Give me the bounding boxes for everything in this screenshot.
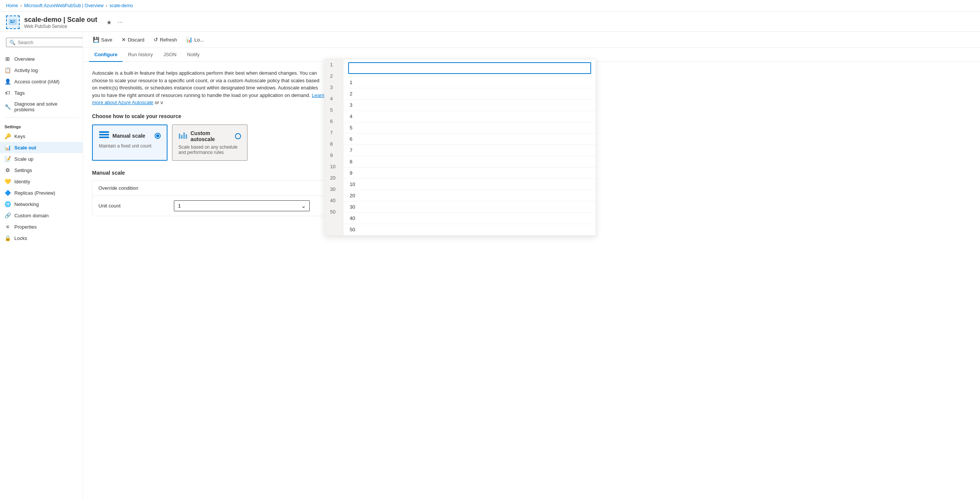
line-2: 2 <box>325 70 344 82</box>
custom-domain-icon: 🔗 <box>5 212 11 218</box>
dropdown-option-10[interactable]: 10 <box>344 179 596 190</box>
sidebar-item-label: Custom domain <box>14 213 49 218</box>
replicas-icon: 🔷 <box>5 190 11 196</box>
diagnose-icon: 🔧 <box>5 104 11 110</box>
sidebar-item-label: Overview <box>14 56 35 62</box>
service-icon <box>6 16 20 29</box>
sidebar-item-label: Locks <box>14 235 27 241</box>
discard-button[interactable]: ✕ Discard <box>118 35 148 45</box>
manual-scale-radio[interactable] <box>155 133 161 139</box>
keys-icon: 🔑 <box>5 133 11 139</box>
tab-json[interactable]: JSON <box>158 48 182 62</box>
custom-scale-radio[interactable] <box>235 133 241 139</box>
sidebar-item-label: Scale up <box>14 156 33 162</box>
sidebar-item-scale-up[interactable]: 📝 Scale up <box>0 153 83 164</box>
sidebar-item-label: Properties <box>14 224 37 230</box>
tab-notify[interactable]: Notify <box>182 48 205 62</box>
sidebar-item-tags[interactable]: 🏷 Tags <box>0 87 83 99</box>
sidebar-item-diagnose[interactable]: 🔧 Diagnose and solve problems <box>0 99 83 115</box>
sidebar-item-custom-domain[interactable]: 🔗 Custom domain <box>0 210 83 221</box>
custom-scale-card[interactable]: Custom autoscale Scale based on any sche… <box>172 124 247 161</box>
more-button[interactable]: ··· <box>116 18 124 26</box>
breadcrumb-home[interactable]: Home <box>6 3 18 8</box>
search-input[interactable] <box>18 40 81 45</box>
overview-icon: ⊞ <box>5 56 11 62</box>
dropdown-option-7[interactable]: 7 <box>344 145 596 156</box>
custom-scale-icon <box>178 131 188 141</box>
search-icon: 🔍 <box>10 40 16 45</box>
sidebar-item-label: Scale out <box>14 145 36 151</box>
sidebar-item-label: Replicas (Preview) <box>14 190 55 196</box>
sidebar-item-replicas[interactable]: 🔷 Replicas (Preview) <box>0 187 83 199</box>
sidebar-item-activity-log[interactable]: 📋 Activity log <box>0 65 83 76</box>
header-actions: ★ ··· <box>105 18 124 27</box>
override-label: Override condition <box>99 185 174 191</box>
sidebar-item-identity[interactable]: 💛 Identity <box>0 176 83 187</box>
breadcrumb-overview[interactable]: Microsoft.AzureWebPubSub | Overview <box>24 3 103 8</box>
dropdown-option-6[interactable]: 6 <box>344 134 596 145</box>
unit-count-select[interactable]: 1 2 3 4 5 6 7 8 9 10 <box>174 200 310 211</box>
lo-button[interactable]: 📊 Lo... <box>182 35 207 45</box>
refresh-button[interactable]: ↺ Refresh <box>150 35 181 45</box>
sidebar-item-locks[interactable]: 🔒 Locks <box>0 232 83 244</box>
manual-scale-card[interactable]: Manual scale Maintain a fixed unit count <box>92 124 167 161</box>
learn-more-link[interactable]: Learn more about Azure Autoscale <box>92 92 325 106</box>
sidebar-item-label: Tags <box>14 90 24 96</box>
tab-configure[interactable]: Configure <box>89 48 123 62</box>
sidebar-item-label: Keys <box>14 134 25 139</box>
line-3: 3 <box>325 82 344 93</box>
sidebar: 🔍 « ⊞ Overview 📋 Activity log 👤 Access c… <box>0 32 83 499</box>
dropdown-option-9[interactable]: 9 <box>344 167 596 179</box>
unit-count-label: Unit count <box>99 203 174 208</box>
dropdown-option-4[interactable]: 4 <box>344 111 596 122</box>
manual-scale-icon <box>99 130 110 141</box>
dropdown-option-50[interactable]: 50 <box>344 224 596 235</box>
page-title: scale-demo | Scale out <box>24 16 97 24</box>
page-subtitle: Web PubSub Service <box>24 24 97 29</box>
tab-run-history[interactable]: Run history <box>123 48 158 62</box>
dropdown-option-30[interactable]: 30 <box>344 202 596 213</box>
settings-section-label: Settings <box>0 120 83 130</box>
save-button[interactable]: 💾 Save <box>89 35 116 45</box>
dropdown-option-5[interactable]: 5 <box>344 122 596 134</box>
sidebar-item-settings[interactable]: ⚙ Settings <box>0 164 83 176</box>
svg-rect-10 <box>186 134 187 139</box>
dropdown-overlay: 1 2 3 4 5 6 7 8 9 10 20 30 40 50 <box>325 59 596 236</box>
dropdown-list: 1 2 3 4 5 6 7 8 9 10 20 30 40 50 <box>344 77 596 235</box>
dropdown-option-20[interactable]: 20 <box>344 190 596 202</box>
dropdown-option-1[interactable]: 1 <box>344 77 596 88</box>
sidebar-item-label: Diagnose and solve problems <box>14 101 78 113</box>
dropdown-option-40[interactable]: 40 <box>344 213 596 224</box>
sidebar-item-keys[interactable]: 🔑 Keys <box>0 130 83 142</box>
line-10: 10 <box>325 161 344 172</box>
sidebar-item-networking[interactable]: 🌐 Networking <box>0 199 83 210</box>
svg-rect-6 <box>99 137 109 138</box>
svg-rect-7 <box>179 134 180 139</box>
breadcrumb: Home › Microsoft.AzureWebPubSub | Overvi… <box>0 0 980 12</box>
line-4: 4 <box>325 93 344 105</box>
dropdown-option-8[interactable]: 8 <box>344 156 596 167</box>
breadcrumb-current[interactable]: scale-demo <box>110 3 133 8</box>
sidebar-item-scale-out[interactable]: 📊 Scale out <box>0 142 83 153</box>
main-layout: 🔍 « ⊞ Overview 📋 Activity log 👤 Access c… <box>0 32 980 499</box>
svg-rect-4 <box>99 131 109 133</box>
search-container: 🔍 <box>6 38 83 47</box>
dropdown-search-input[interactable] <box>348 62 591 74</box>
header-text: scale-demo | Scale out Web PubSub Servic… <box>24 16 97 29</box>
line-numbers: 1 2 3 4 5 6 7 8 9 10 20 30 40 50 <box>325 59 344 235</box>
dropdown-option-2[interactable]: 2 <box>344 88 596 100</box>
sidebar-item-properties[interactable]: ≡ Properties <box>0 221 83 232</box>
line-9: 9 <box>325 150 344 161</box>
sidebar-item-overview[interactable]: ⊞ Overview <box>0 53 83 65</box>
line-20: 20 <box>325 172 344 184</box>
svg-rect-8 <box>181 135 183 139</box>
settings-icon: ⚙ <box>5 167 11 173</box>
sidebar-item-access-control[interactable]: 👤 Access control (IAM) <box>0 76 83 87</box>
dropdown-option-3[interactable]: 3 <box>344 100 596 111</box>
line-40: 40 <box>325 195 344 206</box>
sidebar-item-label: Activity log <box>14 68 38 73</box>
sidebar-item-label: Access control (IAM) <box>14 79 60 84</box>
favorite-button[interactable]: ★ <box>105 18 113 27</box>
lo-icon: 📊 <box>186 37 192 43</box>
scale-up-icon: 📝 <box>5 156 11 162</box>
